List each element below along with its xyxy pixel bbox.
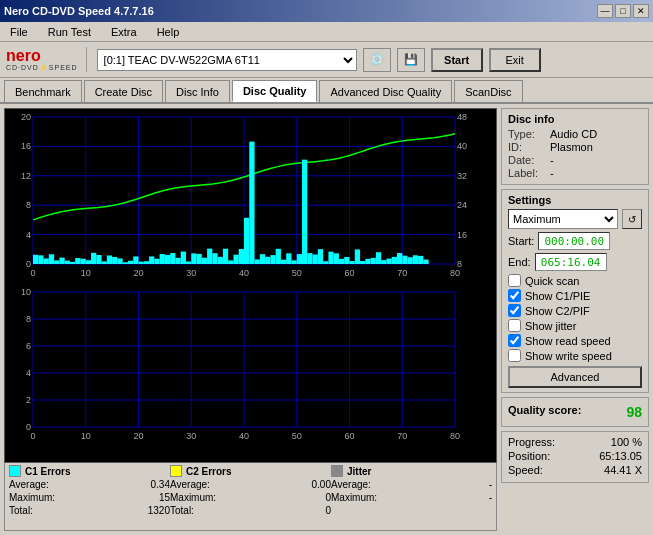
speed-value: 44.41 X — [604, 464, 642, 476]
menu-file[interactable]: File — [4, 25, 34, 39]
progress-value: 100 % — [611, 436, 642, 448]
app-title: Nero CD-DVD Speed 4.7.7.16 — [4, 5, 154, 17]
quality-score-value: 98 — [626, 404, 642, 420]
logo: nero CD·DVD⚡SPEED — [6, 47, 87, 72]
start-button[interactable]: Start — [431, 48, 483, 72]
advanced-button[interactable]: Advanced — [508, 366, 642, 388]
progress-section: Progress: 100 % Position: 65:13.05 Speed… — [501, 431, 649, 483]
save-button[interactable]: 💾 — [397, 48, 425, 72]
c2-color-box — [170, 465, 182, 477]
jitter-max-label: Maximum: — [331, 492, 377, 503]
menu-bar: File Run Test Extra Help — [0, 22, 653, 42]
c1-color-box — [9, 465, 21, 477]
tabs-bar: Benchmark Create Disc Disc Info Disc Qua… — [0, 78, 653, 104]
disc-info-title: Disc info — [508, 113, 642, 125]
exit-button[interactable]: Exit — [489, 48, 541, 72]
start-time-label: Start: — [508, 235, 534, 247]
quality-section: Quality score: 98 — [501, 397, 649, 427]
show-jitter-label: Show jitter — [525, 320, 576, 332]
settings-title: Settings — [508, 194, 642, 206]
c1-total-value: 1320 — [148, 505, 170, 516]
right-panel: Disc info Type: Audio CD ID: Plasmon Dat… — [501, 108, 649, 531]
show-c1-pie-label: Show C1/PIE — [525, 290, 590, 302]
quick-scan-label: Quick scan — [525, 275, 579, 287]
main-content: C1 Errors Average: 0.34 Maximum: 15 Tota… — [0, 104, 653, 535]
title-bar: Nero CD-DVD Speed 4.7.7.16 — □ ✕ — [0, 0, 653, 22]
charts-wrapper: C1 Errors Average: 0.34 Maximum: 15 Tota… — [4, 108, 497, 531]
show-write-speed-checkbox[interactable] — [508, 349, 521, 362]
disc-icon-button[interactable]: 💿 — [363, 48, 391, 72]
menu-run-test[interactable]: Run Test — [42, 25, 97, 39]
end-time-label: End: — [508, 256, 531, 268]
maximize-button[interactable]: □ — [615, 4, 631, 18]
quality-score-label: Quality score: — [508, 404, 581, 420]
stats-row: C1 Errors Average: 0.34 Maximum: 15 Tota… — [4, 463, 497, 531]
end-time-input[interactable]: 065:16.04 — [535, 253, 607, 271]
c1-max-label: Maximum: — [9, 492, 55, 503]
progress-label: Progress: — [508, 436, 555, 448]
id-label: ID: — [508, 141, 546, 153]
c1-avg-label: Average: — [9, 479, 49, 490]
tab-scandisc[interactable]: ScanDisc — [454, 80, 522, 102]
minimize-button[interactable]: — — [597, 4, 613, 18]
tab-disc-info[interactable]: Disc Info — [165, 80, 230, 102]
charts-inner — [4, 108, 497, 463]
close-button[interactable]: ✕ — [633, 4, 649, 18]
tab-disc-quality[interactable]: Disc Quality — [232, 80, 318, 102]
show-c2-pif-label: Show C2/PIF — [525, 305, 590, 317]
tab-benchmark[interactable]: Benchmark — [4, 80, 82, 102]
tab-create-disc[interactable]: Create Disc — [84, 80, 163, 102]
position-label: Position: — [508, 450, 550, 462]
settings-section: Settings Maximum ↺ Start: 000:00.00 End:… — [501, 189, 649, 393]
menu-extra[interactable]: Extra — [105, 25, 143, 39]
drive-select[interactable]: [0:1] TEAC DV-W522GMA 6T11 — [97, 49, 357, 71]
type-value: Audio CD — [550, 128, 597, 140]
jitter-label: Jitter — [347, 466, 371, 477]
menu-help[interactable]: Help — [151, 25, 186, 39]
c2-total-label: Total: — [170, 505, 194, 516]
speed-label: Speed: — [508, 464, 543, 476]
position-value: 65:13.05 — [599, 450, 642, 462]
type-label: Type: — [508, 128, 546, 140]
c1-avg-value: 0.34 — [151, 479, 170, 490]
quick-scan-checkbox[interactable] — [508, 274, 521, 287]
tab-advanced-disc-quality[interactable]: Advanced Disc Quality — [319, 80, 452, 102]
toolbar: nero CD·DVD⚡SPEED [0:1] TEAC DV-W522GMA … — [0, 42, 653, 78]
show-c1-pie-checkbox[interactable] — [508, 289, 521, 302]
speed-row: Maximum ↺ — [508, 209, 642, 229]
c1-total-label: Total: — [9, 505, 33, 516]
c2-avg-label: Average: — [170, 479, 210, 490]
disc-label-value: - — [550, 167, 554, 179]
speed-select[interactable]: Maximum — [508, 209, 618, 229]
disc-info-section: Disc info Type: Audio CD ID: Plasmon Dat… — [501, 108, 649, 185]
show-read-speed-checkbox[interactable] — [508, 334, 521, 347]
jitter-max-value: - — [489, 492, 492, 503]
jitter-color-box — [331, 465, 343, 477]
show-write-speed-label: Show write speed — [525, 350, 612, 362]
disc-label-label: Label: — [508, 167, 546, 179]
c1-label: C1 Errors — [25, 466, 71, 477]
show-read-speed-label: Show read speed — [525, 335, 611, 347]
jitter-avg-label: Average: — [331, 479, 371, 490]
c2-avg-value: 0.00 — [312, 479, 331, 490]
legend-c2: C2 Errors Average: 0.00 Maximum: 0 Total… — [170, 465, 331, 528]
date-label: Date: — [508, 154, 546, 166]
refresh-button[interactable]: ↺ — [622, 209, 642, 229]
show-c2-pif-checkbox[interactable] — [508, 304, 521, 317]
c2-max-label: Maximum: — [170, 492, 216, 503]
jitter-avg-value: - — [489, 479, 492, 490]
show-jitter-checkbox[interactable] — [508, 319, 521, 332]
legend-jitter: Jitter Average: - Maximum: - — [331, 465, 492, 528]
start-time-input[interactable]: 000:00.00 — [538, 232, 610, 250]
id-value: Plasmon — [550, 141, 593, 153]
date-value: - — [550, 154, 554, 166]
c2-label: C2 Errors — [186, 466, 232, 477]
c1-max-value: 15 — [159, 492, 170, 503]
legend-c1: C1 Errors Average: 0.34 Maximum: 15 Tota… — [9, 465, 170, 528]
